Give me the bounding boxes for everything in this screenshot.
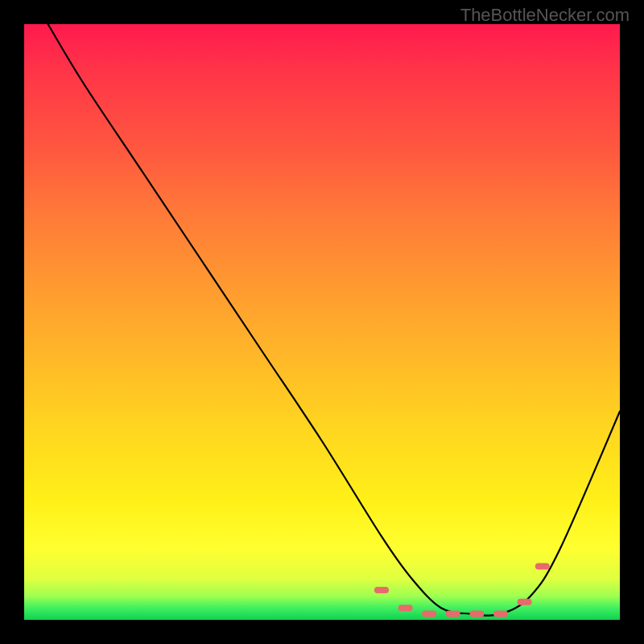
marker-dot [535, 563, 550, 569]
marker-dot [493, 611, 508, 617]
bottleneck-curve [48, 24, 620, 616]
marker-dot [446, 611, 460, 617]
marker-dot [518, 599, 532, 605]
chart-svg [24, 24, 620, 620]
marker-dot [374, 587, 389, 593]
marker-dot [469, 611, 484, 617]
marker-dot [422, 611, 436, 617]
marker-group [374, 563, 550, 617]
chart-area [24, 24, 620, 620]
marker-dot [398, 605, 413, 611]
watermark-text: TheBottleNecker.com [460, 5, 630, 26]
